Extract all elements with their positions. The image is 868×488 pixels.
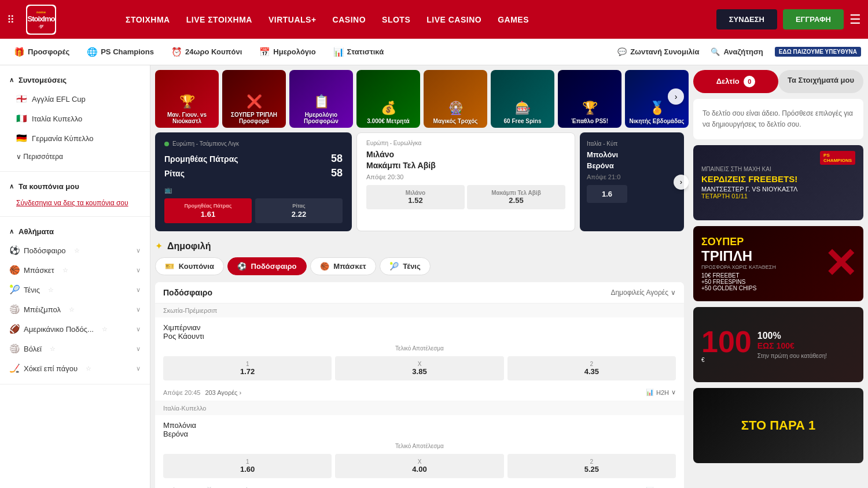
match2-row: Μπολόνια Βερόνα Τελικό Αποτέλεσμα 1 1.60…	[155, 415, 684, 488]
tab-football[interactable]: ⚽ Ποδόσφαιρο	[227, 257, 307, 275]
chevron-down-icon: ∨	[136, 286, 141, 294]
live-team1-name: Προμηθέας Πάτρας	[164, 154, 238, 164]
nav-live-stoixima[interactable]: LIVE ΣΤΟΙΧΗΜΑ	[179, 10, 259, 29]
search-button[interactable]: 🔍 Αναζήτηση	[704, 44, 770, 60]
sport-baseball[interactable]: 🏐 Μπέιζμπολ ☆ ∨	[0, 300, 150, 319]
live-team2-name: Ρίτας	[164, 169, 185, 178]
promo-card-0[interactable]: 🏆 Μαν. Γιουν. vs Νιούκαστλ	[155, 70, 219, 128]
para1-banner-content: ΣΤΟ ΠΑΡΑ 1	[693, 388, 863, 463]
tab-coupons[interactable]: 🎫 Κουπόνια	[155, 257, 224, 275]
live-score-mid-card[interactable]: Ευρώπη - Ευρωλίγκα Μιλάνο Μακάμπι Τελ Αβ…	[356, 132, 575, 231]
sports-header[interactable]: ∧ Αθλήματα	[0, 223, 150, 241]
star-icon: ☆	[50, 345, 56, 353]
promo-card-5[interactable]: 🎰 60 Free Spins	[491, 70, 554, 128]
live-chat-button[interactable]: 💬 Ζωντανή Συνομιλία	[617, 47, 699, 56]
sec-ps-champions[interactable]: 🌐 PS Champions	[80, 43, 161, 61]
more-shortcuts[interactable]: ∨ Περισσότερα	[0, 148, 150, 165]
promo-card-3[interactable]: 💰 3.000€ Μετρητά	[356, 70, 420, 128]
live-label-row: Ευρώπη - Τσάμπιονς Λιγκ	[164, 141, 343, 147]
promo-banner-100percent[interactable]: 100 € 100% ΕΩΣ 100€ Στην πρώτη σου κατάθ…	[693, 307, 863, 382]
match2-teams-area: Μπολόνια Βερόνα	[163, 415, 676, 441]
promo-label-3: 3.000€ Μετρητά	[367, 118, 410, 124]
grid-icon[interactable]: ⠿	[7, 13, 14, 26]
promo-card-2[interactable]: 📋 Ημερολόγιο Προσφορών	[289, 70, 353, 128]
nav-live-casino[interactable]: LIVE CASINO	[420, 10, 488, 29]
sport-tennis[interactable]: 🎾 Τένις ☆ ∨	[0, 280, 150, 300]
my-bets-tab[interactable]: Τα Στοιχήματά μου	[778, 70, 863, 93]
live-odd2-button[interactable]: Ρίτας 2.22	[255, 198, 343, 223]
register-button[interactable]: ΕΓΓΡΑΦΗ	[783, 9, 844, 29]
popular-markets-dropdown[interactable]: Δημοφιλείς Αγορές ∨	[610, 289, 676, 297]
promo-card-6[interactable]: 🏆 Έπαθλο PS5!	[558, 70, 621, 128]
match1-h2h[interactable]: 📊 H2H ∨	[646, 389, 676, 396]
promo-banner-para1[interactable]: ΣΤΟ ΠΑΡΑ 1	[693, 388, 863, 463]
match1-markets[interactable]: 203 Αγορές ›	[205, 389, 241, 396]
mid-odd2-button[interactable]: Μακάμπι Τελ Αβίβ 2.55	[467, 185, 565, 209]
tab-basketball[interactable]: 🏀 Μπάσκετ	[310, 257, 376, 275]
promo-card-4[interactable]: 🎡 Μαγικός Τροχός	[424, 70, 487, 128]
promo-icon-5: 🎰	[515, 101, 531, 116]
chevron-down-icon: ∨	[136, 247, 141, 254]
nav-games[interactable]: GAMES	[491, 10, 536, 29]
sidebar-item-england-efl[interactable]: 🏴󠁧󠁢󠁥󠁮󠁧󠁿 Αγγλία EFL Cup	[0, 89, 150, 109]
live-team1-row: Προμηθέας Πάτρας 58	[164, 151, 343, 166]
100percent-line2: ΕΩΣ 100€	[757, 341, 827, 350]
match2-oddX-button[interactable]: X 4.00	[335, 454, 503, 478]
sport-table-title: Ποδόσφαιρο	[163, 288, 212, 297]
sec-calendar[interactable]: 📅 Ημερολόγιο	[252, 43, 322, 61]
promo-icon-2: 📋	[314, 94, 329, 109]
sport-hockey[interactable]: 🏒 Χόκεϊ επί πάγου ☆ ∨	[0, 358, 150, 378]
right-odd1-button[interactable]: 1.6	[587, 185, 627, 203]
promo-label-0: Μαν. Γιουν. vs Νιούκαστλ	[159, 112, 215, 124]
promo-banner-freebets[interactable]: ΜΠΑΙΝΕΙΣ ΣΤΗ ΜΑΧΗ ΚΑΙ ΚΕΡΔΙΖΕΙΣ FREEBETS…	[693, 145, 863, 220]
match1-odd2-button[interactable]: 2 4.35	[507, 356, 676, 380]
star-icon: ☆	[69, 306, 75, 313]
betslip-tab[interactable]: Δελτίο 0	[693, 70, 778, 93]
live-score-left-card[interactable]: Ευρώπη - Τσάμπιονς Λιγκ Προμηθέας Πάτρας…	[155, 132, 352, 231]
mid-odds-row: Μιλάνο 1.52 Μακάμπι Τελ Αβίβ 2.55	[366, 185, 565, 209]
coupon-login-link[interactable]: Σύνδεσηγια να δεις τα κουπόνια σου	[0, 195, 150, 210]
sec-promotions[interactable]: 🎁 Προσφορές	[7, 43, 76, 61]
logo-area[interactable]: nome StoixImo .gr	[26, 5, 107, 35]
match2-odd1-button[interactable]: 1 1.60	[163, 454, 332, 478]
sec-statistics[interactable]: 📊 Στατιστικά	[326, 43, 391, 61]
promo-label-2: Ημερολόγιο Προσφορών	[293, 112, 350, 124]
sec-24h-coupon[interactable]: ⏰ 24ωρο Κουπόνι	[164, 43, 249, 61]
sport-basketball[interactable]: 🏀 Μπάσκετ ☆ ∨	[0, 260, 150, 280]
mid-odd1-button[interactable]: Μιλάνο 1.52	[366, 185, 465, 209]
login-button[interactable]: ΣΥΝΔΕΣΗ	[716, 9, 777, 29]
freebets-line3: ΜΑΝΤΣΕΣΤΕΡ Γ. VS ΝΙΟΥΚΑΣΤΛ	[701, 186, 855, 193]
sport-football[interactable]: ⚽ Ποδόσφαιρο ☆ ∨	[0, 241, 150, 260]
match1-oddX-button[interactable]: X 3.85	[335, 356, 503, 380]
sport-american-football[interactable]: 🏈 Αμερικάνικο Ποδός... ☆ ∨	[0, 319, 150, 339]
nav-casino[interactable]: CASINO	[326, 10, 373, 29]
sidebar-item-italy-cup[interactable]: 🇮🇹 Ιταλία Κυπελλο	[0, 109, 150, 128]
promo-icon-3: 💰	[381, 101, 396, 116]
star-icon: ☆	[102, 326, 108, 333]
sidebar-item-germany-cup[interactable]: 🇩🇪 Γερμανία Κύπελλο	[0, 128, 150, 148]
freebets-banner-content: ΜΠΑΙΝΕΙΣ ΣΤΗ ΜΑΧΗ ΚΑΙ ΚΕΡΔΙΖΕΙΣ FREEBETS…	[693, 145, 863, 220]
match2-odd2-button[interactable]: 2 5.25	[507, 454, 676, 478]
live-scores-next-button[interactable]: ›	[674, 175, 689, 190]
chevron-up-sports-icon: ∧	[9, 228, 14, 235]
match1-odd1-button[interactable]: 1 1.72	[163, 356, 332, 380]
nav-stoixima[interactable]: ΣΤΟΙΧΗΜΑ	[119, 10, 177, 29]
shortcuts-header[interactable]: ∧ Συντομεύσεις	[0, 71, 150, 89]
super-tripli-banner-content: ΣΟΥΠΕΡ ΤΡΙΠΛΗ ΠΡΟΣΦΟΡΑ ΧΩΡΙΣ ΚΑΤΑΘΕΣΗ 10…	[693, 226, 863, 301]
popular-star-icon: ✦	[155, 241, 163, 252]
tab-tennis[interactable]: 🎾 Τένις	[380, 257, 431, 275]
freebets-line2: ΚΕΡΔΙΖΕΙΣ FREEBETS!	[701, 174, 855, 184]
live-odd1-button[interactable]: Προμηθέας Πάτρας 1.61	[164, 198, 252, 223]
burger-menu-icon[interactable]: ☰	[849, 12, 861, 27]
match1-league: Σκωτία-Πρέμιερσιπ	[155, 304, 684, 317]
nav-virtuals[interactable]: VIRTUALS+	[262, 10, 323, 29]
football-icon: ⚽	[9, 245, 20, 256]
coupons-header[interactable]: ∧ Τα κουπόνια μου	[0, 178, 150, 195]
promo-card-1[interactable]: ❌ ΣΟΥΠΕΡ ΤΡΙΠΛΗ Προσφορά	[222, 70, 286, 128]
sport-volleyball[interactable]: 🏐 Βόλεϊ ☆ ∨	[0, 339, 150, 358]
nav-slots[interactable]: SLOTS	[375, 10, 417, 29]
sport-table-header: Ποδόσφαιρο Δημοφιλείς Αγορές ∨	[155, 282, 684, 304]
promo-next-button[interactable]: ›	[668, 88, 684, 105]
promo-banner-super-tripli[interactable]: ΣΟΥΠΕΡ ΤΡΙΠΛΗ ΠΡΟΣΦΟΡΑ ΧΩΡΙΣ ΚΑΤΑΘΕΣΗ 10…	[693, 226, 863, 301]
live-score-right-card[interactable]: Ιταλία - Κύπ Μπολόνι Βερόνα Απόψε 21:0 1…	[580, 132, 684, 231]
